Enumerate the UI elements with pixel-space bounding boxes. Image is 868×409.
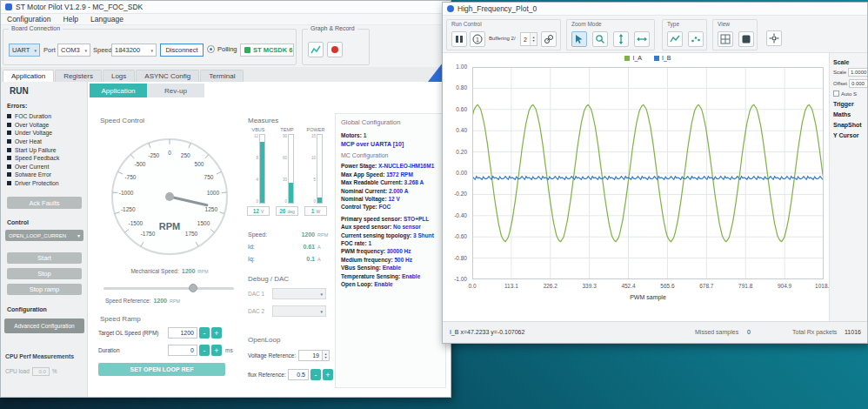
measure-gauges: VBUS1284012VTEMP906030026degPOWER1510501… bbox=[246, 127, 328, 216]
open-graph-button[interactable] bbox=[308, 42, 324, 57]
gauge-ticks: 151050 bbox=[309, 134, 317, 204]
stop-button[interactable]: Stop bbox=[7, 268, 82, 279]
target-ol-speed-input[interactable]: 1200 bbox=[168, 327, 197, 339]
config-label: VBus Sensing: bbox=[341, 265, 383, 271]
uart-combo[interactable]: UART ▾ bbox=[9, 44, 40, 57]
buffering-spinner[interactable]: 2 ▴▾ bbox=[520, 32, 537, 46]
mcp-link[interactable]: MCP over UARTA [10] bbox=[341, 141, 440, 147]
config-value: 500 Hz bbox=[394, 257, 412, 263]
dac2-combo[interactable]: ▾ bbox=[272, 305, 326, 317]
slider-knob[interactable] bbox=[189, 284, 197, 292]
stop-ramp-button[interactable]: Stop ramp bbox=[7, 284, 82, 295]
duration-input[interactable]: 0 bbox=[168, 345, 197, 356]
svg-text:RPM: RPM bbox=[159, 221, 180, 231]
target-ol-speed-label: Target OL Speed (RPM) bbox=[98, 330, 158, 336]
plot-canvas[interactable] bbox=[472, 67, 824, 279]
speed-reference-slider[interactable] bbox=[103, 284, 234, 292]
flux-reference-input[interactable]: 0.5 bbox=[288, 369, 309, 380]
legend-label: I_A bbox=[632, 55, 642, 61]
advanced-configuration-button[interactable]: Advanced Configuration bbox=[4, 318, 84, 333]
disconnect-button[interactable]: Disconnect bbox=[160, 44, 204, 57]
voltage-reference-input[interactable]: 19 bbox=[298, 350, 323, 361]
polling-radio[interactable]: Polling bbox=[207, 45, 237, 53]
y-tick-label: 1.00 bbox=[456, 64, 467, 70]
svg-text:250: 250 bbox=[181, 152, 190, 158]
svg-text:-250: -250 bbox=[148, 152, 159, 158]
x-tick-label: 0.0 bbox=[468, 283, 476, 289]
global-configuration-label: Global Configuration bbox=[341, 118, 440, 126]
horizontal-zoom-button[interactable] bbox=[634, 31, 650, 47]
scale-section-header[interactable]: Scale bbox=[833, 59, 867, 65]
port-combo[interactable]: COM3 ▾ bbox=[57, 44, 90, 57]
record-button[interactable] bbox=[327, 42, 343, 57]
menu-help[interactable]: Help bbox=[57, 15, 84, 23]
flux-plus-button[interactable]: + bbox=[323, 369, 333, 380]
offset-input[interactable]: 0.000 bbox=[849, 79, 867, 88]
svg-text:-500: -500 bbox=[134, 161, 145, 167]
plot-titlebar[interactable]: High_Frequency_Plot_0 bbox=[443, 3, 867, 16]
start-button[interactable]: Start bbox=[7, 252, 82, 264]
tab-terminal[interactable]: Terminal bbox=[200, 70, 244, 82]
dac1-combo[interactable]: ▾ bbox=[272, 288, 326, 299]
flux-minus-button[interactable]: - bbox=[310, 369, 321, 380]
tab-revup[interactable]: Rev-up bbox=[147, 84, 204, 97]
x-tick-label: 226.2 bbox=[544, 283, 558, 289]
link-button[interactable] bbox=[541, 31, 557, 47]
tab-async-config[interactable]: ASYNC Config bbox=[136, 70, 199, 82]
missed-samples-value: 0 bbox=[747, 329, 751, 335]
scale-input[interactable]: 1.0000 bbox=[848, 68, 867, 77]
measure-unit: A bbox=[317, 245, 330, 250]
measure-row: Id:0.61A bbox=[248, 244, 330, 256]
line-type-button[interactable] bbox=[667, 31, 683, 47]
buffering-label: Buffering 2/ bbox=[489, 36, 516, 41]
vertical-zoom-button[interactable] bbox=[613, 31, 629, 47]
menu-configuration[interactable]: Configuration bbox=[1, 15, 57, 23]
tab-application-inner[interactable]: Application bbox=[90, 84, 147, 97]
control-mode-dropdown[interactable]: OPEN_LOOP_CURREN ▾ bbox=[5, 230, 83, 241]
fill-view-button[interactable] bbox=[738, 31, 754, 47]
auto-scale-checkbox[interactable] bbox=[833, 91, 839, 97]
grid-view-button[interactable] bbox=[718, 31, 733, 47]
tab-application[interactable]: Application bbox=[3, 70, 54, 82]
spinner-arrows-icon[interactable]: ▴▾ bbox=[530, 33, 537, 45]
gauge-ticks: 12840 bbox=[251, 134, 259, 204]
baud-combo[interactable]: 1843200 ▾ bbox=[111, 44, 157, 57]
trigger-section-header[interactable]: Trigger bbox=[833, 101, 867, 107]
pause-button[interactable] bbox=[451, 31, 467, 47]
zoom-box-button[interactable] bbox=[592, 31, 608, 47]
config-label: Max App Speed: bbox=[341, 171, 386, 178]
radio-checked-icon bbox=[207, 45, 215, 53]
main-titlebar[interactable]: ST Motor Pilot V1.2.9 - MC_FOC_SDK bbox=[1, 1, 451, 14]
graph-record-label: Graph & Record bbox=[308, 25, 357, 31]
menu-language[interactable]: Language bbox=[84, 15, 130, 23]
error-indicator bbox=[7, 172, 11, 177]
error-label: Start Up Failure bbox=[15, 147, 57, 153]
tab-logs[interactable]: Logs bbox=[103, 70, 135, 82]
duration-plus-button[interactable]: + bbox=[211, 345, 222, 356]
cursor-mode-button[interactable] bbox=[571, 31, 587, 47]
gauge-name: VBUS bbox=[252, 127, 265, 132]
dac1-label: DAC 1 bbox=[248, 291, 264, 297]
maths-section-header[interactable]: Maths bbox=[833, 111, 867, 117]
dot-type-button[interactable] bbox=[688, 31, 704, 47]
openloop-label: OpenLoop bbox=[248, 336, 280, 344]
single-shot-button[interactable]: 1 bbox=[470, 31, 485, 47]
speed-reference-row: Speed Reference: 1200 RPM bbox=[105, 298, 180, 304]
plot-settings-button[interactable] bbox=[766, 30, 782, 46]
ack-faults-button[interactable]: Ack Faults bbox=[7, 197, 82, 209]
slider-track bbox=[103, 287, 234, 290]
total-rx-value: 11016 bbox=[845, 329, 861, 335]
tab-registers[interactable]: Registers bbox=[55, 70, 102, 82]
y-cursor-section-header[interactable]: Y Cursor bbox=[833, 132, 867, 138]
snapshot-section-header[interactable]: SnapShot bbox=[833, 122, 867, 128]
svg-text:1250: 1250 bbox=[205, 206, 218, 212]
target-minus-button[interactable]: - bbox=[199, 327, 210, 339]
graph-icon bbox=[310, 44, 321, 55]
voltage-reference-spinner[interactable]: ▴ ▾ bbox=[323, 350, 330, 361]
set-open-loop-ref-button[interactable]: SET OPEN LOOP REF bbox=[98, 363, 225, 376]
target-plus-button[interactable]: + bbox=[211, 327, 222, 339]
config-value: 3 Shunt bbox=[413, 232, 434, 238]
duration-minus-button[interactable]: - bbox=[199, 345, 210, 356]
gauge-tick-label: 8 bbox=[251, 156, 258, 160]
caret-down-icon: ▾ bbox=[150, 48, 153, 53]
